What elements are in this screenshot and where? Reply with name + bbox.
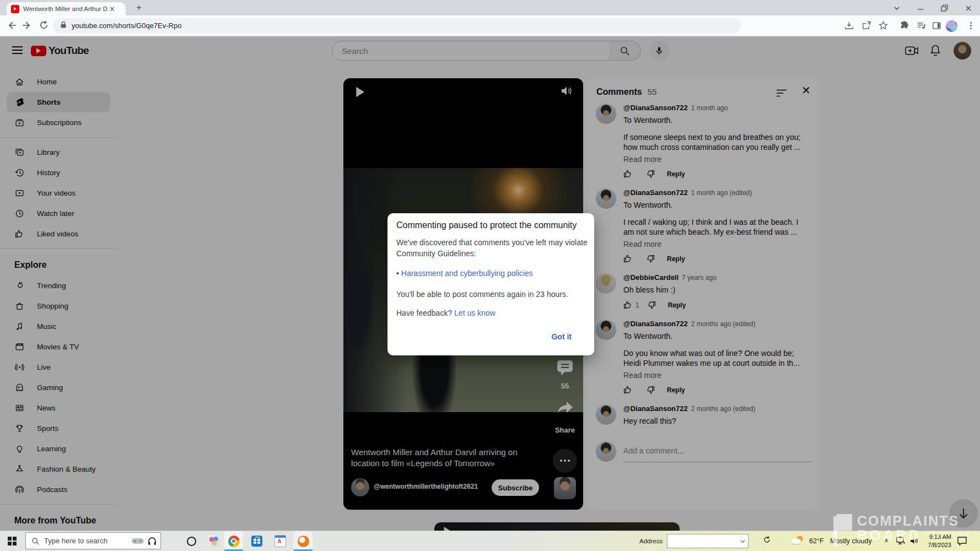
complaintsboard-logo-icon	[833, 514, 852, 547]
back-button[interactable]	[6, 20, 18, 32]
taskbar-search-input[interactable]: Type here to search	[25, 532, 161, 549]
window-minimize-button[interactable]	[915, 3, 926, 13]
dialog-title: Commenting paused to protect the communi…	[396, 220, 577, 230]
dialog-feedback-line: Have feedback? Let us know	[396, 308, 496, 318]
screen: Wentworth Miller and Arthur Da ✕ + youtu…	[0, 0, 980, 551]
side-panel-icon[interactable]	[931, 20, 943, 31]
bookmark-star-icon[interactable]	[878, 20, 889, 31]
taskbar-app-store[interactable]	[247, 531, 266, 551]
taskbar-app-paint[interactable]	[204, 531, 223, 551]
tab-title: Wentworth Miller and Arthur Da	[23, 6, 108, 12]
dialog-resume-text: You'll be able to post comments again in…	[396, 289, 568, 300]
watermark-line2: BOARD	[857, 528, 922, 543]
dialog-policy-line: • Harassment and cyberbullying policies	[396, 268, 533, 279]
complaintsboard-watermark: COMPLAINTS BOARD RESOLVING	[833, 514, 971, 547]
forward-button[interactable]	[21, 20, 33, 32]
youtube-favicon	[11, 5, 19, 13]
new-tab-button[interactable]: +	[134, 3, 144, 13]
got-it-button[interactable]: Got it	[551, 332, 572, 341]
community-guidelines-link[interactable]: Community Guidelines:	[396, 249, 476, 259]
window-restore-button[interactable]	[939, 3, 950, 13]
headphones-icon	[147, 536, 157, 546]
tab-close-icon[interactable]: ✕	[109, 6, 115, 13]
watermark-tagline: RESOLVING	[927, 531, 971, 537]
taskbar-app-document[interactable]	[271, 531, 289, 551]
address-toolbar-label: Address	[639, 538, 663, 544]
window-close-button[interactable]	[963, 3, 974, 13]
url-text: youtube.com/shorts/G0qe7Ev-Rpo	[72, 21, 181, 30]
reload-button[interactable]	[37, 20, 50, 32]
harassment-policy-link[interactable]: Harassment and cyberbullying policies	[401, 269, 533, 278]
taskbar-app-chrome[interactable]	[224, 531, 243, 551]
browser-profile-avatar[interactable]	[946, 20, 957, 32]
address-toolbar-input[interactable]	[667, 534, 749, 548]
address-refresh-button[interactable]	[763, 536, 771, 545]
chevron-down-icon	[740, 538, 746, 544]
extensions-icon[interactable]	[899, 20, 910, 31]
address-bar[interactable]: youtube.com/shorts/G0qe7Ev-Rpo	[53, 18, 741, 33]
commenting-paused-dialog: Commenting paused to protect the communi…	[387, 213, 594, 355]
search-icon	[31, 537, 39, 545]
taskbar-app-media[interactable]	[294, 531, 313, 551]
lock-icon	[60, 21, 67, 31]
share-page-icon[interactable]	[861, 20, 873, 31]
browser-tab[interactable]: Wentworth Miller and Arthur Da ✕	[7, 2, 126, 15]
taskbar-search-placeholder: Type here to search	[44, 537, 131, 545]
browser-tabstrip: Wentworth Miller and Arthur Da ✕ +	[0, 0, 980, 15]
watermark-line1: COMPLAINTS	[857, 514, 971, 528]
window-tab-search-icon[interactable]	[891, 3, 902, 13]
media-queue-icon[interactable]	[916, 20, 927, 31]
weather-icon[interactable]	[791, 536, 805, 545]
dialog-body-text: We've discovered that comments you've le…	[396, 237, 588, 248]
browser-menu-icon[interactable]	[966, 20, 977, 31]
feedback-prompt: Have feedback?	[396, 309, 452, 317]
start-button[interactable]	[8, 537, 17, 545]
bullet: •	[396, 269, 399, 278]
save-page-icon[interactable]	[844, 20, 855, 31]
game-controller-icon	[131, 536, 146, 545]
let-us-know-link[interactable]: Let us know	[454, 309, 496, 317]
weather-temperature[interactable]: 62°F	[809, 537, 824, 545]
taskbar-app-circle[interactable]	[182, 531, 201, 551]
browser-navbar: youtube.com/shorts/G0qe7Ev-Rpo	[0, 15, 980, 36]
